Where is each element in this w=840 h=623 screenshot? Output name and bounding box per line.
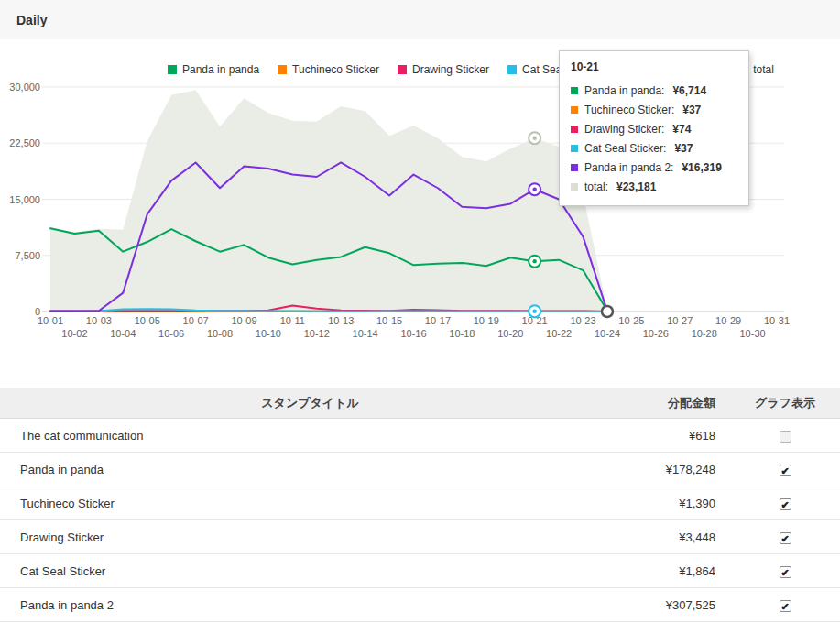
x-axis-tick-label: 10-08 <box>207 328 233 339</box>
graph-toggle-cell: ✔ <box>730 462 840 475</box>
distribution-amount-cell: ¥1,864 <box>620 564 730 578</box>
legend-label: Drawing Sticker <box>412 63 489 76</box>
tooltip-swatch-icon <box>571 87 578 94</box>
chart-tooltip: 10-21 Panda in panda:¥6,714Tuchineco Sti… <box>559 50 749 206</box>
tooltip-swatch-icon <box>571 164 578 171</box>
graph-toggle-checkbox[interactable]: ✔ <box>780 465 791 476</box>
x-axis-tick-label: 10-15 <box>376 315 402 326</box>
topbar: Daily <box>0 0 840 39</box>
tooltip-row: Cat Seal Sticker:¥37 <box>571 138 737 158</box>
tooltip-series-label: Panda in panda 2: <box>584 161 673 174</box>
x-axis-tick-label: 10-12 <box>304 328 330 339</box>
distribution-amount-cell: ¥178,248 <box>620 463 730 476</box>
graph-toggle-cell: ✔ <box>730 530 840 543</box>
distribution-amount-cell: ¥307,525 <box>620 598 730 612</box>
tooltip-series-value: ¥37 <box>674 142 693 155</box>
y-axis-tick-label: 15,000 <box>9 194 40 205</box>
table-row: Panda in panda 2¥307,525✔ <box>0 588 840 622</box>
legend-item-0[interactable]: Panda in panda <box>168 63 259 76</box>
x-axis-tick-label: 10-17 <box>425 315 451 326</box>
legend-swatch-icon <box>168 65 177 74</box>
x-axis-tick-label: 10-03 <box>86 315 112 326</box>
tooltip-row: Panda in panda 2:¥16,319 <box>571 158 737 177</box>
legend-label: total <box>753 63 774 76</box>
tooltip-swatch-icon <box>571 126 578 133</box>
sticker-title-cell: Cat Seal Sticker <box>0 564 620 578</box>
x-axis-tick-label: 10-24 <box>595 328 620 339</box>
legend-label: Tuchineco Sticker <box>292 63 379 76</box>
series-area-total <box>50 90 607 312</box>
series-end-marker <box>602 306 613 317</box>
x-axis-tick-label: 10-23 <box>570 315 595 326</box>
tooltip-series-value: ¥74 <box>672 123 691 136</box>
distribution-amount-cell: ¥3,448 <box>620 530 730 544</box>
legend-swatch-icon <box>398 65 407 74</box>
x-axis-tick-label: 10-29 <box>715 315 741 326</box>
x-axis-tick-label: 10-07 <box>183 315 209 326</box>
tooltip-row: Tuchineco Sticker:¥37 <box>571 100 737 119</box>
x-axis-tick-label: 10-31 <box>764 315 790 326</box>
sticker-title-cell: Panda in panda 2 <box>0 598 620 612</box>
sticker-title-cell: Tuchineco Sticker <box>0 497 620 510</box>
tooltip-row: Drawing Sticker:¥74 <box>571 119 737 138</box>
distribution-amount-cell: ¥1,390 <box>620 497 730 510</box>
tooltip-swatch-icon <box>571 145 578 152</box>
x-axis-tick-label: 10-22 <box>546 328 572 339</box>
y-axis-tick-label: 7,500 <box>15 250 40 261</box>
distribution-amount-cell: ¥618 <box>620 429 730 443</box>
x-axis-tick-label: 10-28 <box>692 328 717 339</box>
legend-item-2[interactable]: Drawing Sticker <box>398 63 489 76</box>
tooltip-date: 10-21 <box>571 60 737 73</box>
graph-toggle-checkbox[interactable]: ✔ <box>780 532 791 544</box>
y-axis-tick-label: 30,000 <box>9 82 40 93</box>
x-axis-tick-label: 10-11 <box>280 315 305 326</box>
x-axis-tick-label: 10-05 <box>135 315 160 326</box>
graph-toggle-checkbox[interactable]: ✔ <box>780 498 791 510</box>
legend-swatch-icon <box>278 65 287 74</box>
table-row: Tuchineco Sticker¥1,390✔ <box>0 486 840 520</box>
tooltip-series-label: Cat Seal Sticker: <box>584 142 666 155</box>
graph-toggle-cell: ✔ <box>730 597 840 611</box>
x-axis-tick-label: 10-16 <box>400 328 426 339</box>
tooltip-series-value: ¥16,319 <box>682 161 721 174</box>
x-axis-tick-label: 10-18 <box>449 328 475 339</box>
graph-toggle-cell: ✔ <box>730 563 840 577</box>
x-axis-tick-label: 10-09 <box>231 315 256 326</box>
tooltip-row: Panda in panda:¥6,714 <box>571 81 737 100</box>
graph-toggle-cell <box>730 428 840 442</box>
table-row: Panda in panda¥178,248✔ <box>0 453 840 486</box>
x-axis-tick-label: 10-01 <box>38 315 63 326</box>
x-axis-tick-label: 10-14 <box>353 328 378 339</box>
graph-toggle-checkbox[interactable]: ✔ <box>780 566 791 578</box>
x-axis-tick-label: 10-13 <box>328 315 354 326</box>
x-axis-tick-label: 10-10 <box>256 328 281 339</box>
y-axis-tick-label: 22,500 <box>9 137 40 148</box>
x-axis-tick-label: 10-02 <box>61 328 87 339</box>
x-axis-tick-label: 10-30 <box>739 328 765 339</box>
sticker-table: スタンプタイトル 分配金額 グラフ表示 The cat communicatio… <box>0 388 840 622</box>
legend-label: Panda in panda <box>182 63 259 76</box>
tooltip-rows: Panda in panda:¥6,714Tuchineco Sticker:¥… <box>571 81 737 196</box>
table-row: The cat communication¥618 <box>0 419 840 453</box>
x-axis-tick-label: 10-19 <box>474 315 499 326</box>
page-title: Daily <box>16 13 47 27</box>
header-graph-display: グラフ表示 <box>730 395 840 411</box>
sticker-title-cell: Panda in panda <box>0 463 620 476</box>
tooltip-swatch-icon <box>571 106 578 114</box>
legend-item-1[interactable]: Tuchineco Sticker <box>278 63 379 76</box>
tooltip-series-value: ¥37 <box>682 104 701 116</box>
tooltip-series-label: Tuchineco Sticker: <box>584 104 674 116</box>
tooltip-series-value: ¥23,181 <box>616 180 656 193</box>
hover-marker-dot <box>532 309 536 312</box>
tooltip-series-label: Drawing Sticker: <box>584 123 664 136</box>
tooltip-series-label: Panda in panda: <box>584 84 664 97</box>
x-axis-tick-label: 10-25 <box>618 315 644 326</box>
legend-swatch-icon <box>507 65 517 74</box>
table-row: Cat Seal Sticker¥1,864✔ <box>0 554 840 588</box>
graph-toggle-cell: ✔ <box>730 496 840 509</box>
graph-toggle-checkbox[interactable]: ✔ <box>780 600 791 612</box>
hover-marker-dot <box>532 136 536 139</box>
table-header-row: スタンプタイトル 分配金額 グラフ表示 <box>0 388 840 419</box>
table-row: Drawing Sticker¥3,448✔ <box>0 520 840 554</box>
graph-toggle-checkbox[interactable] <box>780 431 791 443</box>
